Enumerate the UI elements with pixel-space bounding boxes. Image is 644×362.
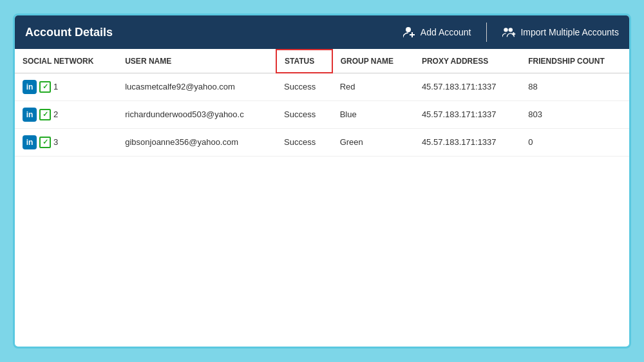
import-accounts-label: Import Multiple Accounts (520, 27, 619, 37)
cell-status: Success (276, 128, 332, 156)
cell-proxy-address: 45.57.183.171:1337 (414, 100, 520, 128)
add-account-label: Add Account (421, 27, 471, 37)
table-area: SOCIAL NETWORK USER NAME STATUS GROUP NA… (15, 49, 629, 347)
row-id: 2 (53, 110, 58, 119)
check-icon: ✓ (39, 109, 51, 120)
accounts-table: SOCIAL NETWORK USER NAME STATUS GROUP NA… (15, 49, 629, 157)
col-social-network: SOCIAL NETWORK (15, 50, 117, 73)
cell-group-name: Green (332, 128, 414, 156)
cell-username: richardunderwood503@yahoo.c (117, 100, 276, 128)
header-bar: Account Details Add Account (15, 15, 629, 49)
divider (486, 23, 487, 42)
col-status: STATUS (276, 50, 332, 73)
page-title: Account Details (25, 26, 402, 39)
add-account-button[interactable]: Add Account (402, 25, 471, 39)
cell-group-name: Blue (332, 100, 414, 128)
cell-friendship-count: 0 (520, 128, 629, 156)
col-group-name: GROUP NAME (332, 50, 414, 73)
cell-friendship-count: 803 (520, 100, 629, 128)
cell-proxy-address: 45.57.183.171:1337 (414, 73, 520, 100)
svg-point-4 (509, 28, 513, 32)
cell-group-name: Red (332, 73, 414, 100)
cell-social-network: in ✓ 3 (15, 128, 117, 156)
cell-social-network: in ✓ 2 (15, 100, 117, 128)
cell-username: gibsonjoanne356@yahoo.com (117, 128, 276, 156)
main-window: Account Details Add Account (13, 14, 631, 348)
row-id: 3 (53, 137, 58, 147)
table-row: in ✓ 2 richardunderwood503@yahoo.cSucces… (15, 100, 629, 128)
col-friendship-count: FRIENDSHIP COUNT (520, 50, 629, 73)
table-row: in ✓ 3 gibsonjoanne356@yahoo.comSuccessG… (15, 128, 629, 156)
cell-social-network: in ✓ 1 (15, 73, 117, 100)
import-icon (502, 25, 516, 39)
svg-point-3 (504, 28, 508, 32)
row-id: 1 (53, 82, 58, 91)
header-actions: Add Account Import Multiple Accounts (402, 23, 619, 42)
svg-point-0 (406, 27, 411, 32)
linkedin-icon: in (23, 80, 37, 94)
add-account-icon (402, 25, 417, 39)
col-proxy-address: PROXY ADDRESS (414, 50, 520, 73)
check-icon: ✓ (39, 81, 51, 93)
cell-friendship-count: 88 (520, 73, 629, 100)
table-header-row: SOCIAL NETWORK USER NAME STATUS GROUP NA… (15, 50, 629, 73)
col-username: USER NAME (117, 50, 276, 73)
cell-proxy-address: 45.57.183.171:1337 (414, 128, 520, 156)
import-accounts-button[interactable]: Import Multiple Accounts (502, 25, 619, 39)
linkedin-icon: in (23, 135, 37, 149)
cell-status: Success (276, 73, 332, 100)
cell-username: lucasmetcalfe92@yahoo.com (117, 73, 276, 100)
table-row: in ✓ 1 lucasmetcalfe92@yahoo.comSuccessR… (15, 73, 629, 100)
linkedin-icon: in (23, 108, 37, 122)
check-icon: ✓ (39, 137, 51, 148)
cell-status: Success (276, 100, 332, 128)
